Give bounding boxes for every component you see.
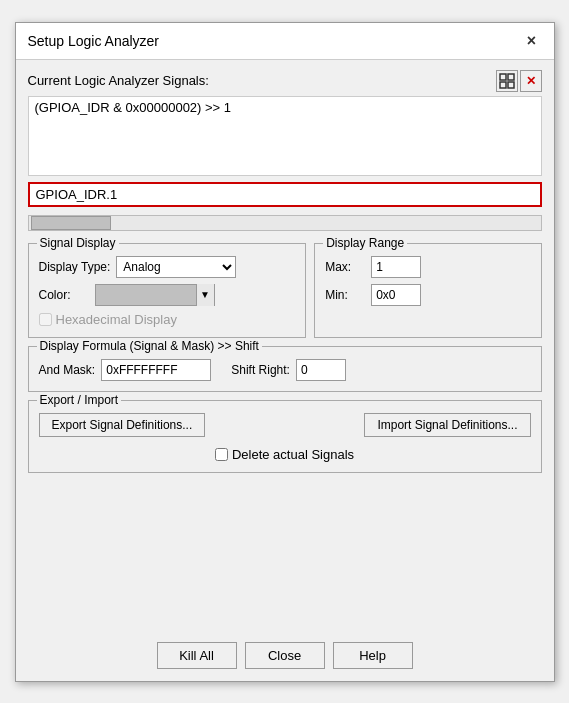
formula-group: Display Formula (Signal & Mask) >> Shift… xyxy=(28,346,542,392)
close-button[interactable]: Close xyxy=(245,642,325,669)
hexadecimal-row: Hexadecimal Display xyxy=(39,312,296,327)
import-signal-button[interactable]: Import Signal Definitions... xyxy=(364,413,530,437)
title-bar: Setup Logic Analyzer × xyxy=(16,23,554,60)
and-mask-input[interactable] xyxy=(101,359,211,381)
formula-content: And Mask: Shift Right: xyxy=(39,359,531,381)
min-input[interactable] xyxy=(371,284,421,306)
delete-signal-icon-button[interactable]: ✕ xyxy=(520,70,542,92)
export-import-buttons: Export Signal Definitions... Import Sign… xyxy=(39,413,531,437)
color-row: Color: ▼ xyxy=(39,284,296,306)
signal-display-group: Signal Display Display Type: Analog Digi… xyxy=(28,243,307,338)
help-button[interactable]: Help xyxy=(333,642,413,669)
dialog-title: Setup Logic Analyzer xyxy=(28,33,160,49)
export-import-content: Export Signal Definitions... Import Sign… xyxy=(39,413,531,462)
svg-rect-1 xyxy=(508,74,514,80)
signals-header: Current Logic Analyzer Signals: ✕ xyxy=(28,70,542,92)
color-arrow-icon[interactable]: ▼ xyxy=(196,284,214,306)
signals-label: Current Logic Analyzer Signals: xyxy=(28,73,209,88)
max-label: Max: xyxy=(325,260,365,274)
hexadecimal-checkbox[interactable] xyxy=(39,313,52,326)
kill-all-button[interactable]: Kill All xyxy=(157,642,237,669)
signals-toolbar: ✕ xyxy=(496,70,542,92)
display-range-content: Max: Min: xyxy=(325,256,530,306)
delete-signals-checkbox[interactable] xyxy=(215,448,228,461)
signal-display-content: Display Type: Analog Digital Bit Color: … xyxy=(39,256,296,327)
signal-input-row xyxy=(28,182,542,207)
export-import-group: Export / Import Export Signal Definition… xyxy=(28,400,542,473)
signal-input[interactable] xyxy=(28,182,542,207)
formula-title: Display Formula (Signal & Mask) >> Shift xyxy=(37,339,262,353)
close-window-button[interactable]: × xyxy=(522,31,542,51)
max-input[interactable] xyxy=(371,256,421,278)
display-type-label: Display Type: xyxy=(39,260,111,274)
svg-rect-3 xyxy=(508,82,514,88)
and-mask-row: And Mask: xyxy=(39,359,212,381)
formula-row: And Mask: Shift Right: xyxy=(39,359,531,381)
signals-section: Current Logic Analyzer Signals: ✕ xyxy=(28,70,542,231)
shift-right-input[interactable] xyxy=(296,359,346,381)
signal-display-title: Signal Display xyxy=(37,236,119,250)
scrollbar[interactable] xyxy=(28,215,542,231)
export-signal-button[interactable]: Export Signal Definitions... xyxy=(39,413,206,437)
panels-row: Signal Display Display Type: Analog Digi… xyxy=(28,243,542,338)
svg-rect-2 xyxy=(500,82,506,88)
signals-list[interactable]: (GPIOA_IDR & 0x00000002) >> 1 xyxy=(28,96,542,176)
display-range-group: Display Range Max: Min: xyxy=(314,243,541,338)
shift-right-label: Shift Right: xyxy=(231,363,290,377)
signal-list-item[interactable]: (GPIOA_IDR & 0x00000002) >> 1 xyxy=(29,97,541,118)
hexadecimal-label: Hexadecimal Display xyxy=(56,312,177,327)
min-row: Min: xyxy=(325,284,530,306)
max-row: Max: xyxy=(325,256,530,278)
shift-right-row: Shift Right: xyxy=(231,359,346,381)
and-mask-label: And Mask: xyxy=(39,363,96,377)
bottom-buttons: Kill All Close Help xyxy=(16,634,554,681)
delete-checkbox-row: Delete actual Signals xyxy=(39,447,531,462)
display-range-title: Display Range xyxy=(323,236,407,250)
delete-signals-label: Delete actual Signals xyxy=(232,447,354,462)
color-picker[interactable]: ▼ xyxy=(95,284,215,306)
scrollbar-thumb[interactable] xyxy=(31,216,111,230)
add-signal-icon-button[interactable] xyxy=(496,70,518,92)
min-label: Min: xyxy=(325,288,365,302)
grid-icon xyxy=(499,73,515,89)
color-label: Color: xyxy=(39,288,89,302)
display-type-select[interactable]: Analog Digital Bit xyxy=(116,256,236,278)
setup-logic-analyzer-dialog: Setup Logic Analyzer × Current Logic Ana… xyxy=(15,22,555,682)
export-import-title: Export / Import xyxy=(37,393,122,407)
svg-rect-0 xyxy=(500,74,506,80)
display-type-row: Display Type: Analog Digital Bit xyxy=(39,256,296,278)
dialog-body: Current Logic Analyzer Signals: ✕ xyxy=(16,60,554,634)
